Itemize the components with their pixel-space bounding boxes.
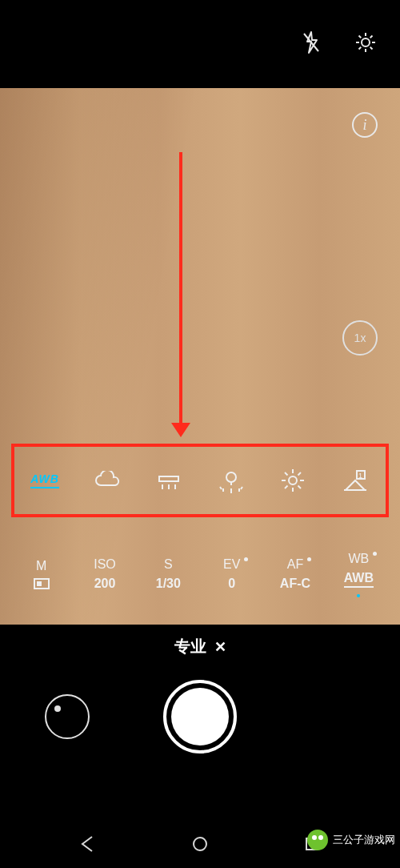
gallery-thumbnail[interactable] <box>45 694 90 739</box>
close-icon[interactable]: ✕ <box>214 638 226 656</box>
info-icon[interactable]: i <box>352 112 378 138</box>
svg-line-21 <box>285 486 288 489</box>
nav-back-icon[interactable] <box>77 833 99 855</box>
param-iso[interactable]: ISO 200 <box>76 538 133 610</box>
svg-text:1: 1 <box>358 472 362 480</box>
svg-line-12 <box>241 487 242 489</box>
param-shutter-label: S <box>164 557 173 572</box>
slider-icon: 1 <box>342 469 368 492</box>
param-wb[interactable]: WB AWB <box>330 538 387 610</box>
nav-home-icon[interactable] <box>189 833 211 855</box>
controls-row <box>0 657 400 753</box>
svg-line-11 <box>220 487 222 489</box>
mode-row: 专业 ✕ <box>0 625 400 657</box>
controls-spacer <box>310 694 355 739</box>
wb-option-awb[interactable]: AWB <box>27 463 62 498</box>
wb-option-incandescent[interactable] <box>214 463 249 498</box>
white-balance-panel: AWB <box>11 444 389 517</box>
shutter-button[interactable] <box>163 680 237 753</box>
svg-rect-2 <box>159 476 178 481</box>
param-metering[interactable]: M <box>13 538 70 610</box>
info-label: i <box>362 117 366 134</box>
wb-option-daylight[interactable] <box>275 463 310 498</box>
wb-option-cloudy[interactable] <box>90 463 125 498</box>
awb-label: AWB <box>30 472 59 488</box>
cloud-icon <box>93 471 122 490</box>
camera-bottom-bar: 专业 ✕ <box>0 625 400 820</box>
param-shutter[interactable]: S 1/30 <box>140 538 197 610</box>
param-ev[interactable]: EV 0 <box>203 538 260 610</box>
camera-top-bar <box>0 0 400 88</box>
watermark-badge-icon <box>307 830 328 850</box>
zoom-button[interactable]: 1x <box>342 320 378 356</box>
mode-label[interactable]: 专业 <box>174 636 206 657</box>
svg-point-25 <box>194 838 206 850</box>
svg-point-13 <box>289 476 297 484</box>
wb-option-fluorescent[interactable] <box>151 463 186 498</box>
param-shutter-value: 1/30 <box>156 577 181 591</box>
param-wb-active-dot <box>357 594 360 597</box>
param-af[interactable]: AF AF-C <box>266 538 323 610</box>
bulb-icon <box>219 468 243 493</box>
svg-line-20 <box>298 472 302 476</box>
zoom-label: 1x <box>354 332 366 344</box>
shutter-inner <box>171 688 229 745</box>
site-watermark: 三公子游戏网 <box>307 830 395 850</box>
fluorescent-icon <box>156 470 182 491</box>
param-af-label: AF <box>287 557 303 572</box>
gear-icon[interactable] <box>354 30 378 58</box>
wb-option-manual[interactable]: 1 <box>338 463 373 498</box>
watermark-text: 三公子游戏网 <box>333 833 395 847</box>
metering-mode-icon <box>34 578 50 589</box>
pro-params-row: M ISO 200 S 1/30 EV 0 AF AF-C WB AWB <box>0 538 400 610</box>
param-iso-value: 200 <box>94 577 116 591</box>
param-iso-label: ISO <box>94 557 116 572</box>
svg-line-19 <box>298 486 302 489</box>
sun-icon <box>280 468 306 493</box>
param-wb-value: AWB <box>344 571 374 588</box>
param-ev-label: EV <box>223 557 240 572</box>
param-af-value: AF-C <box>280 577 310 591</box>
svg-point-1 <box>362 38 370 46</box>
annotation-arrow <box>179 152 182 424</box>
flash-off-icon[interactable] <box>301 30 322 58</box>
svg-point-6 <box>226 472 236 482</box>
param-metering-label: M <box>36 559 46 573</box>
camera-viewfinder[interactable]: i 1x AWB <box>0 88 400 625</box>
svg-line-18 <box>285 472 288 476</box>
param-ev-value: 0 <box>228 577 235 591</box>
param-wb-label: WB <box>348 552 369 566</box>
